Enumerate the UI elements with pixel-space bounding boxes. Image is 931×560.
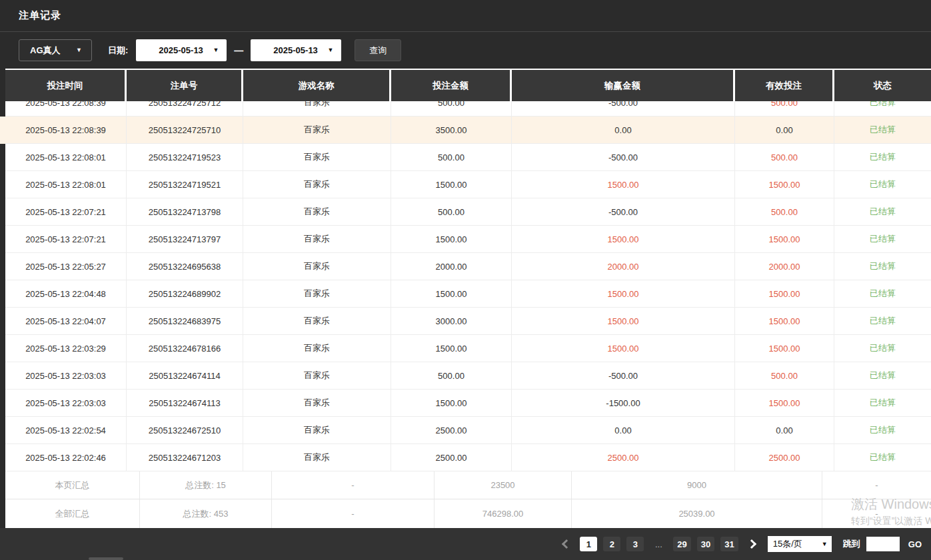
column-header-game-name: 游戏名称 — [243, 70, 391, 101]
cell-winloss-amount: 1500.00 — [512, 280, 735, 307]
cell-valid-bet: 1500.00 — [735, 390, 834, 416]
page-title: 注单记录 — [19, 9, 61, 22]
cell-status: 已结算 — [834, 308, 931, 334]
table-row[interactable]: 2025-05-13 22:05:27250513224695638百家乐200… — [5, 253, 931, 280]
cell-order-no: 250513224713798 — [127, 198, 243, 225]
date-range-separator: — — [234, 45, 243, 56]
date-from-value: 2025-05-13 — [159, 45, 203, 55]
cell-bet-amount: 500.00 — [391, 198, 512, 225]
summary-winloss: 9000 — [572, 471, 822, 499]
summary-bet-amount: 23500 — [435, 471, 572, 499]
cell-bet-amount: 1500.00 — [391, 171, 512, 198]
date-to-value: 2025-05-13 — [273, 45, 318, 55]
page-button[interactable]: 3 — [626, 537, 644, 551]
cell-winloss-amount: 1500.00 — [512, 226, 735, 252]
cell-winloss-amount: 1500.00 — [512, 308, 735, 334]
column-header-bet-amount: 投注金额 — [391, 70, 512, 101]
chevron-right-icon — [747, 539, 756, 549]
prev-page-button[interactable] — [559, 538, 574, 550]
cell-winloss-amount: 1500.00 — [512, 171, 735, 198]
table-row[interactable]: 2025-05-13 22:03:03250513224674113百家乐150… — [5, 390, 931, 417]
cell-status: 已结算 — [834, 171, 931, 198]
cell-game-name: 百家乐 — [243, 335, 391, 362]
game-type-select[interactable]: AG真人 ▼ — [19, 39, 92, 61]
cell-game-name: 百家乐 — [243, 198, 391, 225]
table-row[interactable]: 2025-05-13 22:03:29250513224678166百家乐150… — [5, 335, 931, 362]
cell-game-name: 百家乐 — [243, 226, 391, 252]
cell-bet-time: 2025-05-13 22:02:54 — [5, 417, 127, 443]
page-button[interactable]: 30 — [697, 537, 714, 551]
date-label: 日期: — [108, 45, 128, 57]
cell-bet-time: 2025-05-13 22:03:29 — [5, 335, 127, 362]
cell-status: 已结算 — [834, 253, 931, 280]
cell-valid-bet: 0.00 — [735, 417, 834, 443]
cell-bet-time: 2025-05-13 22:07:21 — [5, 198, 127, 225]
cell-order-no: 250513224683975 — [127, 308, 243, 334]
column-header-winloss: 输赢金额 — [512, 70, 735, 101]
cell-valid-bet: 500.00 — [735, 144, 834, 170]
page-button[interactable]: 29 — [673, 537, 690, 551]
page-button[interactable]: 2 — [603, 537, 620, 551]
column-header-status: 状态 — [834, 70, 931, 101]
cell-valid-bet: 2500.00 — [735, 444, 834, 471]
cell-valid-bet: 1500.00 — [735, 335, 834, 362]
jump-label: 跳到 — [843, 538, 860, 550]
cell-bet-amount: 1500.00 — [391, 335, 512, 362]
page-button[interactable]: 1 — [580, 537, 597, 551]
table-row[interactable]: 2025-05-13 22:08:01250513224719521百家乐150… — [5, 171, 931, 198]
cell-winloss-amount: -500.00 — [512, 198, 735, 225]
table-row[interactable]: 2025-05-13 22:07:21250513224713798百家乐500… — [5, 198, 931, 226]
summary-row: 本页汇总总注数: 15-235009000- — [5, 471, 931, 499]
summary-winloss: 25039.00 — [572, 499, 822, 528]
horizontal-scrollbar-thumb[interactable] — [89, 557, 123, 560]
date-from-select[interactable]: 2025-05-13 ▼ — [136, 39, 227, 61]
cell-bet-amount: 3000.00 — [391, 308, 512, 334]
game-type-select-value: AG真人 — [30, 45, 61, 57]
cell-valid-bet: 1500.00 — [735, 171, 834, 198]
query-button[interactable]: 查询 — [355, 39, 401, 61]
cell-bet-amount: 1500.00 — [391, 280, 512, 307]
cell-order-no: 250513224674113 — [127, 390, 243, 416]
cell-bet-time: 2025-05-13 22:08:01 — [5, 171, 127, 198]
cell-order-no: 250513224713797 — [127, 226, 243, 252]
cell-bet-time: 2025-05-13 22:03:03 — [5, 362, 127, 389]
cell-bet-time: 2025-05-13 22:08:39 — [5, 117, 127, 143]
table-body: 2025-05-13 22:08:39250513224725712百家乐500… — [0, 101, 931, 471]
cell-status: 已结算 — [834, 444, 931, 471]
table-row[interactable]: 2025-05-13 22:02:54250513224672510百家乐250… — [5, 417, 931, 444]
cell-bet-amount: 500.00 — [391, 101, 512, 116]
table-row[interactable]: 2025-05-13 22:04:48250513224689902百家乐150… — [5, 280, 931, 308]
table-row[interactable]: 2025-05-13 22:03:03250513224674114百家乐500… — [5, 362, 931, 390]
cell-status: 已结算 — [834, 362, 931, 389]
page-size-select[interactable]: 15条/页 ▼ — [768, 536, 832, 552]
cell-game-name: 百家乐 — [243, 101, 391, 116]
cell-status: 已结算 — [834, 117, 931, 143]
cell-bet-amount: 1500.00 — [391, 390, 512, 416]
cell-winloss-amount: -500.00 — [512, 362, 735, 389]
table-row[interactable]: 2025-05-13 22:02:46250513224671203百家乐250… — [5, 444, 931, 471]
cell-order-no: 250513224678166 — [127, 335, 243, 362]
page-button[interactable]: 31 — [720, 537, 738, 551]
cell-winloss-amount: -1500.00 — [512, 390, 735, 416]
table-header: 投注时间 注单号 游戏名称 投注金额 输赢金额 有效投注 状态 — [5, 69, 931, 101]
cell-status: 已结算 — [834, 226, 931, 252]
cell-bet-amount: 1500.00 — [391, 226, 512, 252]
table-row[interactable]: 2025-05-13 22:04:07250513224683975百家乐300… — [5, 308, 931, 335]
chevron-down-icon: ▼ — [327, 47, 333, 53]
cell-order-no: 250513224672510 — [127, 417, 243, 443]
table-row[interactable]: 2025-05-13 22:07:21250513224713797百家乐150… — [5, 226, 931, 253]
cell-status: 已结算 — [834, 417, 931, 443]
cell-bet-time: 2025-05-13 22:05:27 — [5, 253, 127, 280]
table-row[interactable]: 2025-05-13 22:08:39250513224725712百家乐500… — [5, 101, 931, 117]
table-row[interactable]: 2025-05-13 22:08:39250513224725710百家乐350… — [5, 117, 931, 144]
summary-total-count: 总注数: 15 — [140, 471, 272, 499]
table-row[interactable]: 2025-05-13 22:08:01250513224719523百家乐500… — [5, 144, 931, 171]
jump-page-input[interactable] — [866, 537, 900, 551]
column-header-bet-time: 投注时间 — [5, 70, 127, 101]
cell-order-no: 250513224689902 — [127, 280, 243, 307]
next-page-button[interactable] — [744, 538, 759, 550]
go-button[interactable]: GO — [908, 539, 922, 549]
date-to-select[interactable]: 2025-05-13 ▼ — [251, 39, 341, 61]
cell-bet-amount: 2000.00 — [391, 253, 512, 280]
cell-valid-bet: 500.00 — [735, 362, 834, 389]
